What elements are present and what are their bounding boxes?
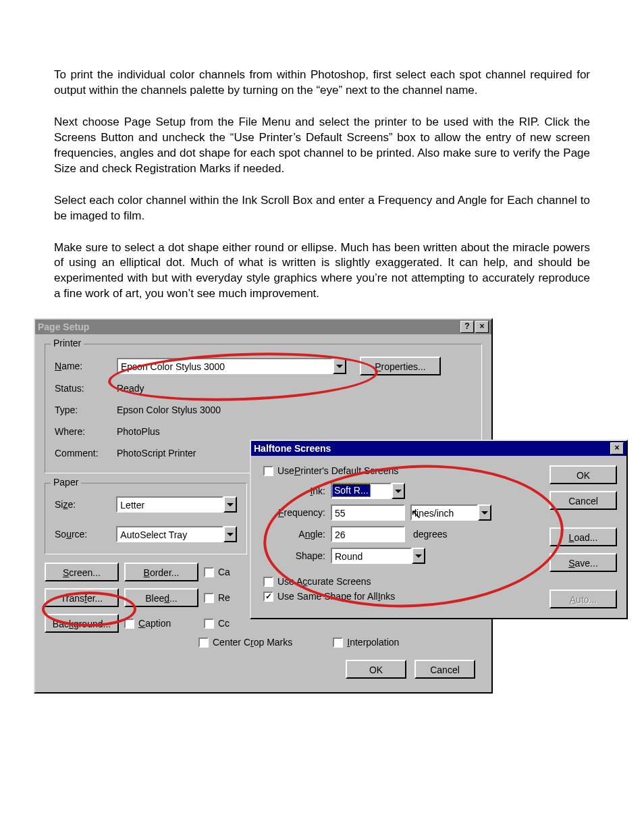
- printer-name-value: Epson Color Stylus 3000: [117, 358, 333, 374]
- cursor-icon: ↖: [410, 506, 422, 522]
- paper-group-label: Paper: [51, 477, 81, 488]
- halftone-cancel-button[interactable]: Cancel: [549, 491, 617, 510]
- halftone-title: Halftone Screens: [254, 443, 331, 454]
- paper-size-select[interactable]: Letter: [116, 496, 237, 513]
- ink-select[interactable]: Soft R...: [331, 483, 405, 499]
- chevron-down-icon[interactable]: [223, 526, 237, 542]
- ink-label: Ink:: [263, 486, 331, 496]
- printer-group-label: Printer: [51, 338, 84, 348]
- ca-label: Ca: [218, 567, 230, 577]
- save-button[interactable]: Save...: [549, 553, 617, 572]
- ok-button[interactable]: OK: [346, 660, 406, 679]
- frequency-unit-select[interactable]: lines/inch: [410, 504, 491, 521]
- halftone-titlebar[interactable]: Halftone Screens ×: [251, 441, 626, 456]
- name-label: Name:: [55, 361, 117, 371]
- size-label: Size:: [55, 499, 116, 510]
- angle-input[interactable]: 26: [331, 526, 405, 542]
- halftone-ok-button[interactable]: OK: [549, 465, 617, 484]
- chevron-down-icon[interactable]: [478, 504, 491, 521]
- cc-label: Cc: [218, 618, 230, 629]
- comment-value: PhotoScript Printer: [117, 448, 196, 459]
- angle-label: Angle:: [263, 529, 331, 540]
- use-default-screens-checkbox[interactable]: Use Printer's Default Screens: [263, 465, 539, 476]
- close-icon[interactable]: ×: [475, 321, 489, 333]
- use-accurate-screens-checkbox[interactable]: Use Accurate Screens: [263, 576, 539, 587]
- ink-value: Soft R...: [332, 484, 371, 497]
- cc-checkbox-row[interactable]: Cc: [204, 618, 482, 629]
- instruction-paragraph-1: To print the individual color channels f…: [54, 68, 590, 99]
- source-label: Source:: [55, 529, 116, 540]
- re-label: Re: [218, 592, 230, 603]
- caption-checkbox[interactable]: Caption: [124, 618, 198, 629]
- screen-button[interactable]: Screen...: [45, 563, 119, 581]
- shape-label: Shape:: [263, 550, 331, 561]
- cancel-button[interactable]: Cancel: [414, 660, 475, 679]
- shape-select[interactable]: Round: [331, 548, 425, 564]
- page-setup-titlebar[interactable]: Page Setup ? ×: [35, 319, 491, 334]
- center-crop-checkbox[interactable]: Center Crop Marks: [198, 637, 292, 648]
- chevron-down-icon[interactable]: [392, 483, 405, 499]
- border-button[interactable]: Border...: [124, 563, 198, 581]
- transfer-button[interactable]: Transfer...: [45, 588, 119, 607]
- halftone-screens-dialog: Halftone Screens × Use Printer's Default…: [250, 440, 628, 619]
- page-setup-title: Page Setup: [38, 321, 89, 332]
- frequency-label: Frequency:: [263, 507, 331, 518]
- chevron-down-icon[interactable]: [223, 496, 237, 513]
- instruction-paragraph-3: Select each color channel within the Ink…: [54, 193, 590, 224]
- instruction-paragraph-4: Make sure to select a dot shape either r…: [54, 240, 590, 303]
- paper-size-value: Letter: [116, 496, 223, 513]
- paper-source-select[interactable]: AutoSelect Tray: [116, 526, 237, 542]
- same-shape-checkbox[interactable]: Use Same Shape for All Inks: [263, 591, 539, 602]
- where-label: Where:: [55, 426, 117, 437]
- help-icon[interactable]: ?: [460, 321, 474, 333]
- paper-group: Paper Size: Letter Source: AutoSelect Tr…: [45, 483, 247, 554]
- auto-button[interactable]: Auto...: [549, 590, 617, 608]
- chevron-down-icon[interactable]: [333, 358, 346, 374]
- bleed-button[interactable]: Bleed...: [124, 588, 198, 607]
- status-label: Status:: [55, 383, 117, 394]
- paper-source-value: AutoSelect Tray: [116, 526, 223, 542]
- where-value: PhotoPlus: [117, 426, 160, 437]
- interpolation-checkbox[interactable]: Interpolation: [333, 637, 399, 648]
- frequency-input[interactable]: 55: [331, 504, 405, 521]
- type-label: Type:: [55, 405, 117, 415]
- load-button[interactable]: Load...: [549, 527, 617, 546]
- printer-name-select[interactable]: Epson Color Stylus 3000: [117, 358, 346, 374]
- properties-button[interactable]: Properties...: [360, 357, 441, 375]
- background-button[interactable]: Background...: [45, 614, 119, 633]
- shape-value: Round: [331, 548, 412, 564]
- instruction-paragraph-2: Next choose Page Setup from the File Men…: [54, 115, 590, 177]
- close-icon[interactable]: ×: [610, 442, 624, 454]
- chevron-down-icon[interactable]: [412, 548, 425, 564]
- angle-unit: degrees: [413, 529, 448, 540]
- status-value: Ready: [117, 383, 144, 394]
- type-value: Epson Color Stylus 3000: [117, 405, 221, 415]
- comment-label: Comment:: [55, 448, 117, 459]
